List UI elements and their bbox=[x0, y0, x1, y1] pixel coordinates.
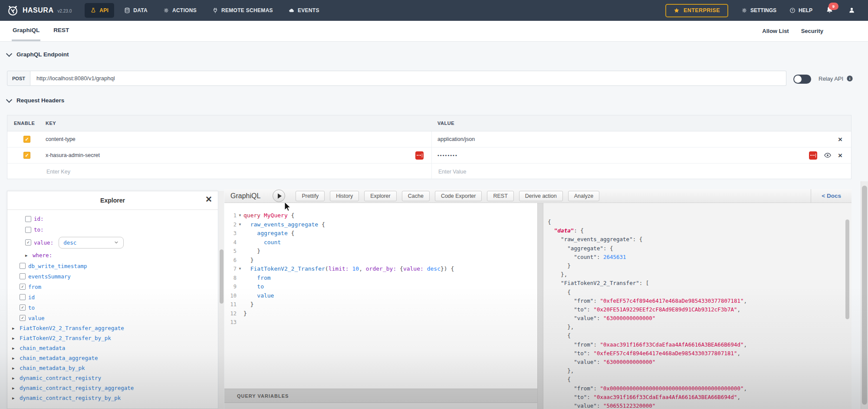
sort-direction-select[interactable]: desc bbox=[59, 237, 124, 249]
explorer-item-dynamic-contract-registry-by-pk[interactable]: ▶dynamic_contract_registry_by_pk bbox=[7, 393, 218, 403]
relay-api-toggle[interactable] bbox=[793, 75, 811, 84]
explorer-item-where[interactable]: ▶where: bbox=[7, 250, 218, 261]
explorer-item-value[interactable]: ✓value:desc bbox=[7, 235, 218, 250]
explorer-item-eventssummary[interactable]: eventsSummary bbox=[7, 271, 218, 281]
execute-query-button[interactable] bbox=[273, 190, 285, 202]
scrollbar-thumb[interactable] bbox=[862, 186, 867, 405]
explorer-checkbox[interactable] bbox=[20, 263, 26, 269]
endpoint-section-header[interactable]: GraphQL Endpoint bbox=[7, 51, 69, 58]
expand-arrow-icon[interactable]: ▶ bbox=[25, 253, 31, 258]
editor-line[interactable]: 3 aggregate { bbox=[224, 229, 537, 238]
cache-button[interactable]: Cache bbox=[402, 191, 430, 201]
expand-arrow-icon[interactable]: ▶ bbox=[12, 386, 18, 390]
explorer-item-id[interactable]: id: bbox=[7, 213, 218, 224]
explorer-item-chain-metadata-aggregate[interactable]: ▶chain_metadata_aggregate bbox=[7, 353, 218, 363]
editor-line[interactable]: 1▼query MyQuery { bbox=[224, 211, 537, 220]
enterprise-button[interactable]: ENTERPRISE bbox=[665, 4, 728, 17]
pane-resize-handle[interactable] bbox=[537, 203, 543, 409]
explorer-checkbox[interactable]: ✓ bbox=[25, 239, 31, 245]
editor-line[interactable]: 7▼ FiatTokenV2_2_Transfer(limit: 10, ord… bbox=[224, 265, 537, 274]
editor-line[interactable]: 11 } bbox=[224, 300, 537, 309]
explorer-checkbox[interactable] bbox=[25, 216, 31, 222]
info-icon[interactable]: i bbox=[846, 75, 853, 82]
password-manager-icon[interactable] bbox=[415, 151, 424, 160]
new-header-value-input[interactable] bbox=[437, 168, 804, 175]
query-variables-editor[interactable] bbox=[224, 403, 537, 409]
editor-line[interactable]: 4 count bbox=[224, 238, 537, 247]
new-header-key-input[interactable] bbox=[46, 168, 395, 175]
expand-arrow-icon[interactable]: ▶ bbox=[12, 346, 18, 350]
expand-arrow-icon[interactable]: ▶ bbox=[12, 366, 18, 370]
explorer-button[interactable]: Explorer bbox=[364, 191, 397, 201]
nav-item-actions[interactable]: ACTIONS bbox=[158, 3, 202, 18]
header-enabled-checkbox[interactable]: ✓ bbox=[23, 152, 30, 159]
derive-action-button[interactable]: Derive action bbox=[519, 191, 563, 201]
fold-arrow-icon[interactable]: ▼ bbox=[237, 265, 243, 274]
analyze-button[interactable]: Analyze bbox=[568, 191, 599, 201]
nav-item-events[interactable]: EVENTS bbox=[283, 3, 325, 18]
editor-line[interactable]: 2▼ raw_events_aggregate { bbox=[224, 220, 537, 229]
user-menu-button[interactable] bbox=[848, 7, 856, 14]
editor-line[interactable]: 13 bbox=[224, 318, 537, 327]
explorer-checkbox[interactable]: ✓ bbox=[20, 304, 26, 311]
rest-button[interactable]: REST bbox=[487, 191, 513, 201]
docs-button[interactable]: < Docs bbox=[811, 189, 852, 203]
fold-arrow-icon[interactable]: ▼ bbox=[237, 211, 243, 220]
remove-icon[interactable]: × bbox=[838, 152, 842, 159]
settings-button[interactable]: SETTINGS bbox=[741, 7, 776, 13]
link-allow-list[interactable]: Allow List bbox=[762, 28, 789, 34]
expand-arrow-icon[interactable]: ▶ bbox=[12, 356, 18, 360]
link-security[interactable]: Security bbox=[801, 28, 823, 34]
explorer-item-dynamic-contract-registry-aggregate[interactable]: ▶dynamic_contract_registry_aggregate bbox=[7, 383, 218, 393]
history-button[interactable]: History bbox=[330, 191, 359, 201]
explorer-checkbox[interactable] bbox=[20, 273, 26, 279]
explorer-item-db-write-timestamp[interactable]: db_write_timestamp bbox=[7, 261, 218, 271]
header-enabled-checkbox[interactable]: ✓ bbox=[23, 136, 30, 143]
notifications-button[interactable]: 9 bbox=[825, 6, 835, 15]
expand-arrow-icon[interactable]: ▶ bbox=[12, 336, 18, 340]
response-scrollbar-thumb[interactable] bbox=[845, 219, 849, 319]
explorer-item-chain-metadata-by-pk[interactable]: ▶chain_metadata_by_pk bbox=[7, 363, 218, 373]
remove-icon[interactable]: × bbox=[838, 136, 842, 143]
explorer-item-to[interactable]: ✓to bbox=[7, 302, 218, 313]
password-manager-icon[interactable] bbox=[809, 151, 817, 160]
explorer-checkbox[interactable] bbox=[20, 294, 26, 300]
code-exporter-button[interactable]: Code Exporter bbox=[435, 191, 482, 201]
query-variables-bar[interactable]: QUERY VARIABLES bbox=[224, 389, 537, 403]
editor-line[interactable]: 12} bbox=[224, 309, 537, 318]
scrollbar-thumb[interactable] bbox=[220, 249, 224, 304]
tab-rest[interactable]: REST bbox=[53, 21, 70, 41]
fold-arrow-icon[interactable]: ▼ bbox=[237, 220, 243, 229]
close-icon[interactable]: ✕ bbox=[205, 195, 212, 203]
reveal-eye-icon[interactable] bbox=[824, 151, 832, 159]
explorer-item-from[interactable]: ✓from bbox=[7, 281, 218, 292]
nav-item-api[interactable]: API bbox=[85, 3, 114, 18]
hasura-brand[interactable]: HASURA v2.23.0 bbox=[0, 5, 72, 16]
request-headers-section-header[interactable]: Request Headers bbox=[7, 97, 64, 104]
nav-item-remote-schemas[interactable]: REMOTE SCHEMAS bbox=[207, 3, 279, 18]
editor-line[interactable]: 10 value bbox=[224, 291, 537, 301]
query-editor[interactable]: 1▼query MyQuery {2▼ raw_events_aggregate… bbox=[224, 203, 537, 409]
explorer-item-fiattokenv2-2-transfer-by-pk[interactable]: ▶FiatTokenV2_2_Transfer_by_pk bbox=[7, 333, 218, 343]
editor-line[interactable]: 9 to bbox=[224, 282, 537, 291]
editor-line[interactable]: 8 from bbox=[224, 274, 537, 283]
expand-arrow-icon[interactable]: ▶ bbox=[12, 326, 18, 330]
tab-graphiql[interactable]: GraphiQL bbox=[12, 21, 40, 41]
explorer-checkbox[interactable]: ✓ bbox=[20, 315, 26, 321]
explorer-item-chain-metadata[interactable]: ▶chain_metadata bbox=[7, 343, 218, 353]
help-button[interactable]: ? HELP bbox=[789, 7, 812, 13]
explorer-item-id[interactable]: id bbox=[7, 292, 218, 302]
endpoint-url-input[interactable] bbox=[30, 71, 786, 86]
explorer-item-to[interactable]: to: bbox=[7, 224, 218, 235]
editor-line[interactable]: 5 } bbox=[224, 247, 537, 256]
prettify-button[interactable]: Prettify bbox=[296, 191, 325, 201]
explorer-item-dynamic-contract-registry[interactable]: ▶dynamic_contract_registry bbox=[7, 373, 218, 383]
explorer-item-value[interactable]: ✓value bbox=[7, 313, 218, 323]
page-scrollbar[interactable] bbox=[861, 181, 868, 409]
explorer-checkbox[interactable]: ✓ bbox=[20, 284, 26, 290]
explorer-item-fiattokenv2-2-transfer-aggregate[interactable]: ▶FiatTokenV2_2_Transfer_aggregate bbox=[7, 323, 218, 333]
explorer-scrollbar[interactable] bbox=[219, 191, 224, 409]
explorer-checkbox[interactable] bbox=[25, 227, 31, 233]
editor-line[interactable]: 6 } bbox=[224, 256, 537, 265]
expand-arrow-icon[interactable]: ▶ bbox=[12, 396, 18, 400]
